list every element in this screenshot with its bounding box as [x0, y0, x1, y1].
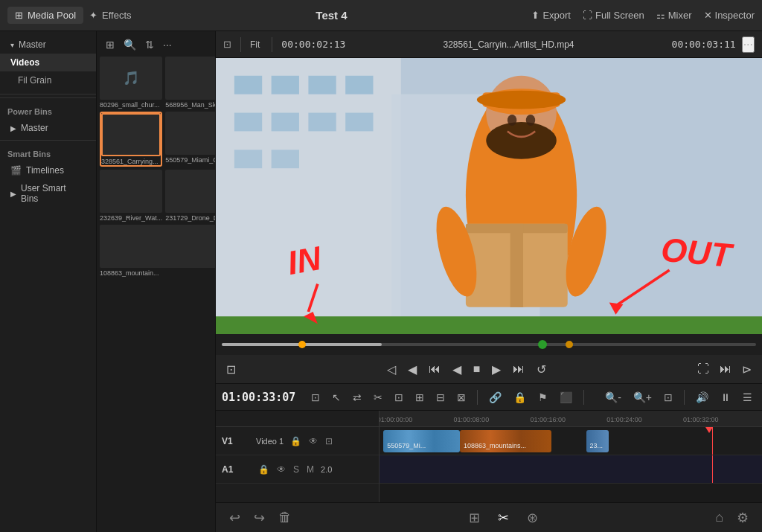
top-bar: ⊞ Media Pool ✦ Effects Test 4 ⬆ Export ⛶…: [0, 0, 762, 31]
svg-point-23: [486, 122, 557, 159]
power-bins-master-label: Master: [21, 123, 48, 133]
undo-button[interactable]: ↩: [228, 508, 242, 528]
fullscreen-toggle-btn[interactable]: ⛶: [694, 361, 712, 377]
nav-master[interactable]: ▾ Master: [0, 36, 96, 54]
nav-timelines[interactable]: 🎬 Timelines: [0, 161, 96, 179]
timeline-tb-arrow-btn[interactable]: ↖: [328, 390, 345, 405]
svg-rect-26: [216, 316, 762, 334]
media-item-2[interactable]: 568956_Man_Sko...: [165, 57, 216, 109]
toolbar-view-btn[interactable]: ⊞: [103, 37, 118, 52]
zoom-in-btn[interactable]: 🔍+: [630, 390, 656, 405]
media-tab-btn[interactable]: ⊞: [467, 508, 481, 528]
zoom-fit-btn[interactable]: ⊡: [660, 390, 676, 405]
track-a1-eye-btn[interactable]: 👁: [275, 464, 288, 475]
nav-videos[interactable]: Videos: [0, 54, 96, 71]
media-item-4[interactable]: 550579_Miami_Cit...: [165, 112, 216, 167]
track-v1-lock-btn[interactable]: 🔒: [288, 435, 304, 447]
timeline-tb-copy-btn[interactable]: ⊞: [412, 390, 428, 405]
nodes-tab-btn[interactable]: ⊛: [525, 508, 540, 528]
timeline-tb-magnet-btn[interactable]: ⊡: [391, 390, 407, 405]
skip-audio-btn[interactable]: ⊳: [739, 361, 755, 378]
track-a1-lock-btn[interactable]: 🔒: [256, 464, 272, 475]
go-to-start-btn[interactable]: ⏮: [426, 361, 444, 377]
timeline-menu-btn[interactable]: ☰: [739, 390, 756, 405]
delete-button[interactable]: 🗑: [277, 508, 293, 528]
timeline-tb-track-btn[interactable]: ⊟: [432, 390, 449, 405]
media-item-4-label: 550579_Miami_Cit...: [165, 156, 216, 164]
track-v1-link-btn[interactable]: ⊡: [323, 435, 335, 447]
skip-end-btn[interactable]: ⏭: [717, 361, 734, 377]
toolbar-sort-btn[interactable]: ⇅: [142, 37, 157, 52]
svg-rect-8: [272, 113, 299, 132]
preview-duration: 00:00:03:11: [672, 39, 736, 50]
svg-rect-5: [308, 76, 336, 94]
track-a1-m-btn[interactable]: M: [304, 464, 316, 475]
timeline-tb-blade-btn[interactable]: ✂: [370, 390, 386, 405]
fullscreen-button[interactable]: ⛶ Full Screen: [583, 10, 644, 21]
timeline-tb-snap-btn[interactable]: ⊠: [453, 390, 470, 405]
clip-miami[interactable]: 550579_Mi...: [383, 430, 460, 452]
user-smart-bins-label: User Smart Bins: [21, 183, 86, 204]
track-v1-video-name: Video 1: [256, 437, 284, 446]
preview-more-btn[interactable]: ···: [742, 36, 755, 53]
ruler-label-3: 01:00:24:00: [606, 416, 642, 423]
settings-button[interactable]: ⚙: [735, 508, 750, 528]
timeline-tb-lock-btn[interactable]: 🔒: [510, 390, 530, 405]
svg-rect-4: [272, 76, 299, 94]
timeline-pause-btn[interactable]: ⏸: [717, 390, 734, 405]
stop-btn[interactable]: ■: [470, 361, 484, 377]
clip-view-btn[interactable]: ⊡: [223, 361, 239, 378]
timeline-tb-link-btn[interactable]: 🔗: [485, 390, 505, 405]
scrubber-track[interactable]: [222, 343, 756, 346]
clip-small[interactable]: 23...: [586, 430, 609, 452]
track-a1-s-btn[interactable]: S: [291, 464, 301, 475]
svg-rect-12: [272, 150, 299, 168]
media-item-6[interactable]: 231729_Drone_Dr...: [165, 170, 216, 222]
scrubber-out-marker[interactable]: [566, 341, 573, 348]
media-item-7[interactable]: 108863_mountain...: [100, 225, 216, 277]
play-btn[interactable]: ▶: [489, 361, 504, 378]
clip-mountain[interactable]: 108863_mountains...: [460, 430, 551, 452]
inspector-button[interactable]: ✕ Inspector: [704, 10, 755, 21]
export-button[interactable]: ⬆ Export: [531, 10, 571, 21]
track-v1-eye-btn[interactable]: 👁: [307, 435, 320, 447]
preview-clip-view-btn[interactable]: ⊡: [223, 39, 231, 50]
timeline-body: V1 Video 1 🔒 👁 ⊡ A1 🔒 👁: [216, 411, 762, 502]
track-a1-name: A1: [222, 464, 252, 475]
toolbar-search-btn[interactable]: 🔍: [121, 37, 139, 52]
nav-fil-grain[interactable]: Fil Grain: [0, 71, 96, 89]
mixer-button[interactable]: ⚏ Mixer: [656, 10, 692, 21]
playback-right: ⛶ ⏭ ⊳: [694, 361, 755, 378]
video-frame: IN OUT: [216, 58, 762, 334]
timeline-tb-flag-btn[interactable]: ⬛: [556, 390, 576, 405]
toolbar-more-btn[interactable]: ···: [160, 37, 175, 52]
timeline-track-labels: V1 Video 1 🔒 👁 ⊡ A1 🔒 👁: [216, 411, 380, 502]
user-smart-bins-arrow-icon: ▶: [10, 190, 16, 198]
scrubber-in-marker[interactable]: [298, 341, 306, 348]
audio-btn[interactable]: 🔊: [692, 390, 712, 405]
nav-user-smart-bins[interactable]: ▶ User Smart Bins: [0, 179, 96, 208]
cut-tab-btn[interactable]: ✂: [496, 508, 510, 528]
svg-rect-20: [510, 224, 523, 307]
mixer-icon: ⚏: [656, 10, 665, 21]
media-pool-button[interactable]: ⊞ Media Pool: [7, 7, 83, 24]
preview-panel: ⊡ Fit 00:00:02:13 328561_Carryin...Artli…: [216, 31, 762, 532]
prev-frame-btn[interactable]: ◁: [384, 361, 399, 378]
loop-btn[interactable]: ↺: [534, 361, 549, 378]
timeline-tb-clip-btn[interactable]: ⊡: [307, 390, 324, 405]
go-to-end-btn[interactable]: ⏭: [510, 361, 528, 377]
step-back-btn[interactable]: ◀: [405, 361, 420, 378]
nav-power-bins-master[interactable]: ▶ Master: [0, 119, 96, 137]
play-back-btn[interactable]: ◀: [449, 361, 464, 378]
zoom-out-btn[interactable]: 🔍-: [601, 390, 625, 405]
media-item-5[interactable]: 232639_River_Wat...: [100, 170, 162, 222]
media-item-1[interactable]: 🎵 80296_small_chur...: [100, 57, 162, 109]
timeline-tb-move-btn[interactable]: ⇄: [349, 390, 365, 405]
timeline-tb-marker-btn[interactable]: ⚑: [534, 390, 551, 405]
scrubber-handle[interactable]: [538, 340, 547, 349]
redo-button[interactable]: ↪: [252, 508, 266, 528]
home-button[interactable]: ⌂: [714, 508, 725, 528]
scrubber-bar[interactable]: [216, 334, 762, 355]
media-item-3[interactable]: 328561_Carrying...: [100, 112, 162, 167]
effects-button[interactable]: ✦ Effects: [89, 10, 132, 21]
